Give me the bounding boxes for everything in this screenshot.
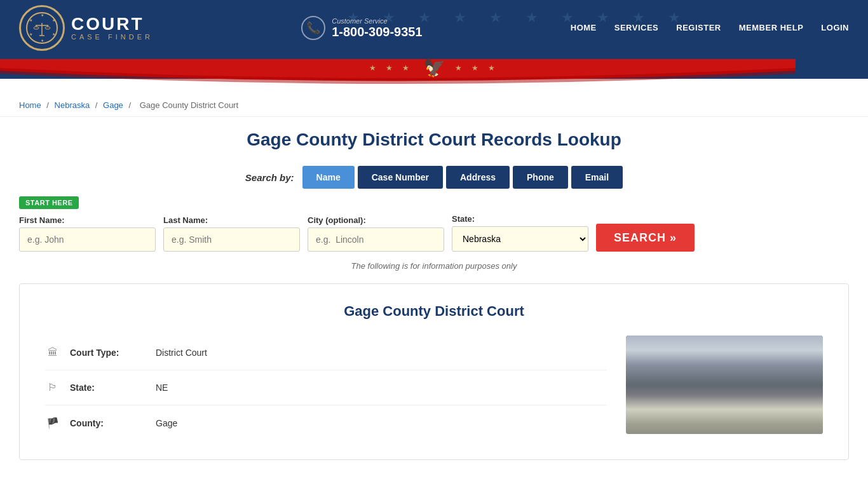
main-nav: HOME SERVICES REGISTER MEMBER HELP LOGIN bbox=[571, 23, 849, 34]
breadcrumb-gage[interactable]: Gage bbox=[103, 100, 123, 110]
stars-right: ★ ★ ★ bbox=[455, 64, 499, 72]
eagle-center: ★ ★ ★ 🦅 ★ ★ ★ bbox=[369, 57, 499, 78]
state-row: 🏳 State: NE bbox=[45, 370, 607, 405]
logo-sub-text: CASE FINDER bbox=[71, 33, 153, 41]
phone-icon: 📞 bbox=[301, 16, 325, 40]
breadcrumb-sep-3: / bbox=[128, 100, 133, 110]
tab-address[interactable]: Address bbox=[446, 166, 510, 189]
search-form-section: START HERE First Name: Last Name: City (… bbox=[19, 196, 849, 252]
logo-court-text: COURT bbox=[71, 15, 153, 33]
svg-text:★: ★ bbox=[29, 18, 32, 22]
search-button[interactable]: SEARCH » bbox=[596, 224, 695, 252]
county-label: County: bbox=[70, 418, 146, 428]
building-icon: 🏛 bbox=[45, 347, 60, 358]
city-input[interactable] bbox=[308, 227, 444, 252]
search-by-row: Search by: Name Case Number Address Phon… bbox=[19, 166, 849, 189]
site-header: ★ ★ ★ ★ ★ ★ COURT CASE FINDER bbox=[0, 0, 868, 56]
breadcrumb: Home / Nebraska / Gage / Gage County Dis… bbox=[0, 94, 868, 117]
svg-text:★: ★ bbox=[29, 32, 32, 36]
nav-services[interactable]: SERVICES bbox=[614, 23, 659, 34]
state-label: State: bbox=[452, 214, 588, 224]
tab-email[interactable]: Email bbox=[571, 166, 623, 189]
court-details: 🏛 Court Type: District Court 🏳 State: NE… bbox=[45, 336, 607, 440]
main-content: Gage County District Court Records Looku… bbox=[0, 117, 868, 473]
county-value: Gage bbox=[156, 418, 177, 428]
first-name-label: First Name: bbox=[19, 215, 156, 225]
court-type-label: Court Type: bbox=[70, 348, 146, 358]
first-name-input[interactable] bbox=[19, 227, 156, 252]
last-name-label: Last Name: bbox=[163, 215, 300, 225]
tab-name[interactable]: Name bbox=[302, 166, 355, 189]
start-here-badge: START HERE bbox=[19, 196, 79, 209]
breadcrumb-home[interactable]: Home bbox=[19, 100, 41, 110]
banner: ★ ★ ★ 🦅 ★ ★ ★ bbox=[0, 56, 868, 94]
last-name-group: Last Name: bbox=[163, 215, 300, 252]
svg-text:★: ★ bbox=[52, 18, 55, 22]
search-by-label: Search by: bbox=[245, 172, 294, 183]
phone-text: Customer Service 1-800-309-9351 bbox=[332, 17, 422, 39]
svg-text:★: ★ bbox=[41, 39, 44, 43]
court-type-value: District Court bbox=[156, 348, 207, 358]
state-detail-label: State: bbox=[70, 383, 146, 393]
logo-area: ★ ★ ★ ★ ★ ★ COURT CASE FINDER bbox=[19, 5, 153, 51]
court-building-image bbox=[626, 336, 823, 434]
nav-member-help[interactable]: MEMBER HELP bbox=[739, 23, 804, 34]
court-type-row: 🏛 Court Type: District Court bbox=[45, 336, 607, 370]
flag-icon: 🏳 bbox=[45, 382, 60, 393]
svg-text:★: ★ bbox=[41, 13, 44, 17]
last-name-input[interactable] bbox=[163, 227, 300, 252]
svg-text:★: ★ bbox=[52, 32, 55, 36]
first-name-group: First Name: bbox=[19, 215, 156, 252]
state-group: State: Nebraska Alabama Alaska Arizona A… bbox=[452, 214, 588, 252]
customer-service-label: Customer Service bbox=[332, 17, 422, 25]
breadcrumb-sep-2: / bbox=[95, 100, 100, 110]
nav-register[interactable]: REGISTER bbox=[676, 23, 721, 34]
nav-home[interactable]: HOME bbox=[571, 23, 597, 34]
form-row: First Name: Last Name: City (optional): … bbox=[19, 214, 849, 252]
breadcrumb-nebraska[interactable]: Nebraska bbox=[55, 100, 90, 110]
stars-left: ★ ★ ★ bbox=[369, 64, 414, 72]
court-info-title: Gage County District Court bbox=[45, 303, 823, 320]
logo-text: COURT CASE FINDER bbox=[71, 15, 153, 41]
tab-case-number[interactable]: Case Number bbox=[358, 166, 443, 189]
city-label: City (optional): bbox=[308, 215, 444, 225]
breadcrumb-current: Gage County District Court bbox=[140, 100, 238, 110]
info-note: The following is for information purpose… bbox=[19, 261, 849, 271]
city-group: City (optional): bbox=[308, 215, 444, 252]
state-detail-value: NE bbox=[156, 383, 168, 393]
page-title: Gage County District Court Records Looku… bbox=[19, 130, 849, 150]
county-row: 🏴 County: Gage bbox=[45, 405, 607, 440]
court-info-box: Gage County District Court 🏛 Court Type:… bbox=[19, 283, 849, 460]
court-info-content: 🏛 Court Type: District Court 🏳 State: NE… bbox=[45, 336, 823, 440]
location-icon: 🏴 bbox=[45, 417, 60, 429]
logo-icon: ★ ★ ★ ★ ★ ★ bbox=[19, 5, 65, 51]
state-select[interactable]: Nebraska Alabama Alaska Arizona Arkansas… bbox=[452, 226, 588, 252]
breadcrumb-sep-1: / bbox=[46, 100, 51, 110]
phone-area: 📞 Customer Service 1-800-309-9351 bbox=[301, 16, 422, 40]
eagle-icon: 🦅 bbox=[423, 57, 445, 78]
phone-number: 1-800-309-9351 bbox=[332, 25, 422, 39]
tab-phone[interactable]: Phone bbox=[513, 166, 568, 189]
nav-login[interactable]: LOGIN bbox=[821, 23, 849, 34]
